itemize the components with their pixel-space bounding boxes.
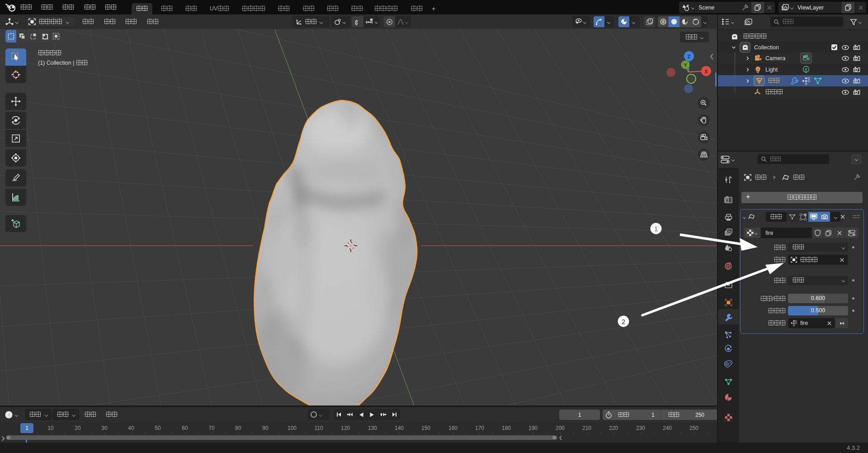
svg-text:X: X [704, 69, 708, 74]
svg-text:Z: Z [688, 54, 691, 59]
svg-text:Y: Y [684, 62, 687, 68]
